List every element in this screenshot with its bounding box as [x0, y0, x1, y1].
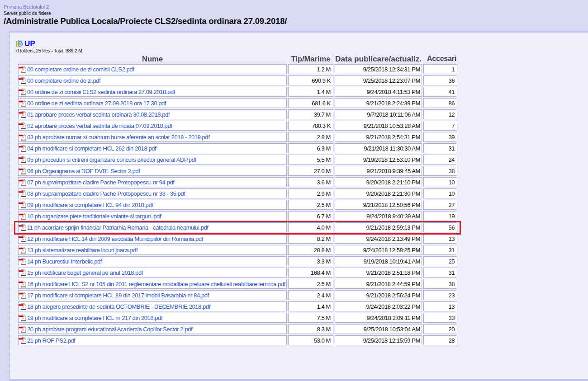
svg-text:5: 5 [18, 39, 23, 48]
